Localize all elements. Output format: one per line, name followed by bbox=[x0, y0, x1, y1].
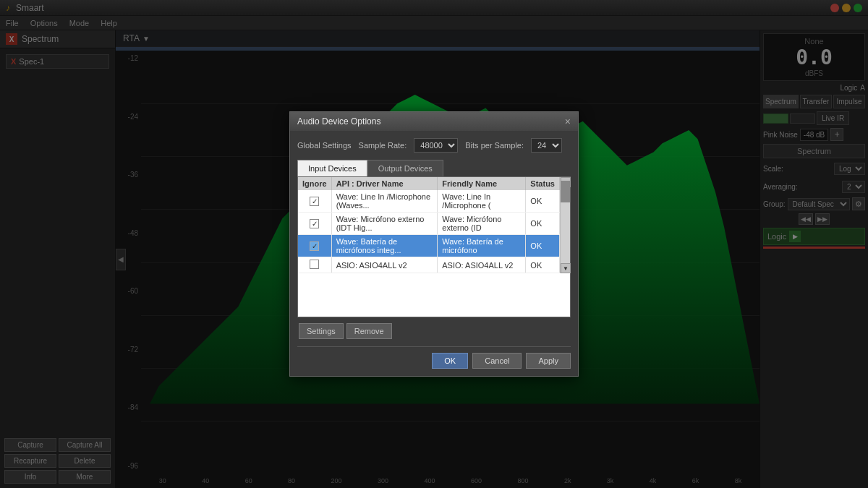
modal-body: Global Settings Sample Rate: 48000 44100… bbox=[290, 131, 578, 376]
apply-button[interactable]: Apply bbox=[526, 353, 571, 369]
device-row[interactable]: ✓ Wave: Micrófono externo (IDT Hig... Wa… bbox=[298, 213, 560, 235]
modal-title: Audio Device Options bbox=[297, 116, 380, 127]
driver-name-cell: Wave: Line In /Microphone (Waves... bbox=[331, 190, 438, 213]
modal-action-buttons: OK Cancel Apply bbox=[297, 346, 571, 369]
device-row[interactable]: ASIO: ASIO4ALL v2 ASIO: ASIO4ALL v2 OK bbox=[298, 257, 560, 273]
modal-overlay: Audio Device Options × Global Settings S… bbox=[0, 0, 868, 488]
modal-close-button[interactable]: × bbox=[565, 116, 571, 127]
scroll-thumb[interactable] bbox=[561, 181, 570, 202]
bits-label: Bits per Sample: bbox=[465, 141, 524, 150]
status-cell: OK bbox=[526, 257, 560, 273]
tab-output-devices[interactable]: Output Devices bbox=[367, 160, 443, 176]
ignore-cell[interactable] bbox=[298, 257, 331, 273]
sample-rate-select[interactable]: 48000 44100 88200 96000 bbox=[414, 138, 458, 153]
sample-rate-label: Sample Rate: bbox=[359, 141, 407, 150]
tab-input-devices[interactable]: Input Devices bbox=[297, 160, 367, 176]
col-ignore: Ignore bbox=[298, 177, 331, 190]
ignore-cell[interactable]: ✓ bbox=[298, 190, 331, 213]
global-settings-row: Global Settings Sample Rate: 48000 44100… bbox=[297, 138, 571, 153]
driver-name-cell: Wave: Micrófono externo (IDT Hig... bbox=[331, 213, 438, 235]
ignore-cell[interactable]: ✓ bbox=[298, 213, 331, 235]
ok-button[interactable]: OK bbox=[432, 353, 468, 369]
col-status: Status bbox=[526, 177, 560, 190]
col-friendly: Friendly Name bbox=[438, 177, 526, 190]
device-row-selected[interactable]: ✓ Wave: Batería de micrófonos integ... W… bbox=[298, 235, 560, 257]
status-cell: OK bbox=[526, 235, 560, 257]
driver-name-cell: Wave: Batería de micrófonos integ... bbox=[331, 235, 438, 257]
remove-button[interactable]: Remove bbox=[346, 323, 392, 339]
ignore-checkbox[interactable]: ✓ bbox=[310, 241, 319, 251]
status-cell: OK bbox=[526, 190, 560, 213]
friendly-name-cell: Wave: Micrófono externo (ID bbox=[438, 213, 526, 235]
table-content: Ignore API : Driver Name Friendly Name S… bbox=[298, 177, 560, 273]
ignore-checkbox[interactable]: ✓ bbox=[310, 197, 319, 206]
friendly-name-cell: Wave: Line In /Microphone ( bbox=[438, 190, 526, 213]
device-table-container: Ignore API : Driver Name Friendly Name S… bbox=[297, 176, 571, 317]
device-table: Ignore API : Driver Name Friendly Name S… bbox=[298, 177, 560, 273]
settings-button[interactable]: Settings bbox=[299, 323, 344, 339]
audio-device-options-modal: Audio Device Options × Global Settings S… bbox=[289, 111, 579, 377]
ignore-cell[interactable]: ✓ bbox=[298, 235, 331, 257]
col-driver: API : Driver Name bbox=[331, 177, 438, 190]
status-cell: OK bbox=[526, 213, 560, 235]
cancel-button[interactable]: Cancel bbox=[472, 353, 522, 369]
scroll-track: ▲ ▼ bbox=[560, 177, 570, 273]
friendly-name-cell: Wave: Batería de micrófono bbox=[438, 235, 526, 257]
table-empty-area bbox=[298, 273, 570, 317]
ignore-checkbox[interactable]: ✓ bbox=[310, 219, 319, 228]
friendly-name-cell: ASIO: ASIO4ALL v2 bbox=[438, 257, 526, 273]
device-row[interactable]: ✓ Wave: Line In /Microphone (Waves... Wa… bbox=[298, 190, 560, 213]
modal-title-bar: Audio Device Options × bbox=[290, 112, 578, 131]
global-settings-label: Global Settings bbox=[297, 141, 352, 150]
table-scroll-area: Ignore API : Driver Name Friendly Name S… bbox=[298, 177, 570, 273]
driver-name-cell: ASIO: ASIO4ALL v2 bbox=[331, 257, 438, 273]
modal-tabs: Input Devices Output Devices bbox=[297, 160, 571, 176]
bits-select[interactable]: 24 16 32 bbox=[531, 138, 562, 153]
scroll-down-button[interactable]: ▼ bbox=[561, 263, 571, 273]
ignore-checkbox[interactable] bbox=[310, 260, 319, 269]
modal-footer-buttons: Settings Remove bbox=[297, 323, 571, 339]
